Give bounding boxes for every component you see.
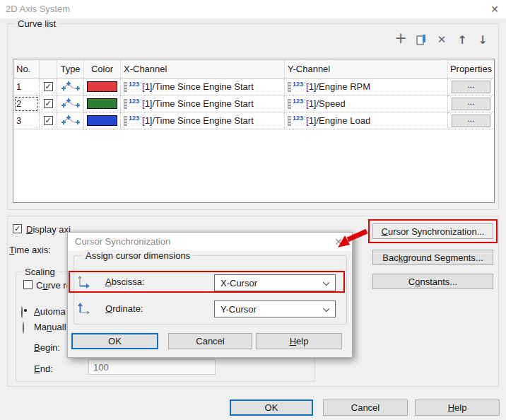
channel-icon: [124, 116, 127, 126]
header-type: Type: [57, 59, 84, 78]
manual-radio[interactable]: [23, 322, 24, 334]
table-row[interactable]: 3 ✓ 123[1]/Time Since Engine Start 123[1…: [13, 112, 494, 129]
help-button[interactable]: Help: [415, 399, 500, 416]
ordinate-value: Y-Cursor: [220, 304, 257, 315]
cancel-button[interactable]: Cancel: [323, 399, 408, 416]
close-icon[interactable]: ✕: [488, 3, 501, 16]
check-icon: ✓: [45, 117, 51, 124]
cursor-synchronization-button[interactable]: Cursor Synchronization...: [372, 223, 493, 239]
modal-title: Cursor Synchronization: [75, 236, 170, 247]
row-number: 2: [13, 95, 40, 112]
numeric-channel-icon: 123: [129, 98, 139, 105]
x-channel-value[interactable]: [1]/Time Since Engine Start: [142, 98, 254, 109]
ordinate-combobox[interactable]: Y-Cursor: [214, 301, 336, 317]
channel-icon: [124, 82, 127, 92]
dialog-2d-axis-system: 2D Axis System ✕ Curve list + ✕ ↑ ↓ No. …: [0, 0, 506, 420]
curve-visible-checkbox[interactable]: ✓: [44, 116, 53, 125]
numeric-channel-icon: 123: [129, 115, 139, 122]
curve-table: No. Type Color X-Channel Y-Channel Prope…: [13, 59, 495, 203]
header-properties: Properties: [448, 59, 494, 78]
abscissa-label: Abscissa:: [105, 276, 145, 287]
end-label: End:: [34, 363, 53, 374]
properties-button[interactable]: ...: [452, 81, 490, 93]
modal-cancel-button[interactable]: Cancel: [168, 333, 252, 349]
header-color: Color: [84, 59, 121, 78]
numeric-channel-icon: 123: [293, 81, 303, 88]
window-title: 2D Axis System: [6, 4, 70, 14]
header-check: [40, 59, 57, 78]
annotation-arrow: [335, 228, 370, 253]
ordinate-label: Ordinate:: [105, 303, 143, 314]
y-channel-value[interactable]: [1]/Engine Load: [306, 115, 370, 126]
check-icon: ✓: [14, 225, 20, 233]
curve-table-header: No. Type Color X-Channel Y-Channel Prope…: [13, 59, 494, 78]
channel-icon: [124, 99, 127, 109]
curve-related-checkbox[interactable]: [23, 280, 33, 289]
time-axis-label: Time axis:: [9, 245, 51, 255]
check-icon: ✓: [45, 83, 51, 91]
display-axis-label: Display axi: [26, 224, 71, 235]
automatic-radio[interactable]: [21, 306, 23, 318]
curve-visible-checkbox[interactable]: ✓: [44, 99, 53, 108]
curve-type-icon[interactable]: [61, 97, 81, 111]
abscissa-value: X-Cursor: [220, 278, 257, 288]
move-up-icon[interactable]: ↑: [454, 32, 470, 47]
display-axis-checkbox[interactable]: ✓: [13, 224, 22, 233]
properties-button[interactable]: ...: [452, 115, 490, 127]
channel-icon: [288, 99, 291, 109]
chevron-down-icon: [323, 305, 329, 312]
begin-label: Begin:: [34, 342, 60, 353]
add-curve-icon[interactable]: +: [393, 30, 408, 46]
channel-icon: [288, 82, 291, 92]
y-channel-value[interactable]: [1]/Speed: [306, 98, 346, 109]
move-down-icon[interactable]: ↓: [475, 32, 490, 47]
background-segments-button[interactable]: Background Segments...: [372, 250, 493, 265]
curve-list-group-label: Curve list: [15, 18, 59, 29]
modal-titlebar: Cursor Synchronization ✕: [68, 233, 352, 251]
table-row[interactable]: 1 ✓ 123[1]/Time Since Engine Start 123[1…: [13, 78, 494, 95]
titlebar: 2D Axis System ✕: [0, 0, 506, 18]
row-number: 3: [13, 112, 40, 129]
properties-button[interactable]: ...: [452, 98, 490, 110]
assign-cursor-group-label: Assign cursor dimensions: [83, 250, 193, 261]
x-channel-value[interactable]: [1]/Time Since Engine Start: [142, 115, 254, 126]
channel-icon: [288, 116, 291, 126]
duplicate-curve-icon[interactable]: [413, 32, 429, 47]
curve-related-label: Curve re: [36, 280, 71, 291]
header-y-channel: Y-Channel: [285, 59, 448, 78]
numeric-channel-icon: 123: [293, 115, 303, 122]
curve-type-icon[interactable]: [61, 114, 81, 128]
end-input[interactable]: [88, 359, 216, 375]
ordinate-axis-icon: [76, 301, 92, 318]
delete-curve-icon[interactable]: ✕: [434, 32, 449, 47]
automatic-label: Automa: [34, 306, 66, 317]
modal-help-button[interactable]: Help: [256, 333, 342, 349]
color-swatch[interactable]: [87, 98, 117, 109]
curve-type-icon[interactable]: [61, 80, 81, 94]
constants-button[interactable]: Constants...: [372, 274, 493, 289]
table-row[interactable]: 2 ✓ 123[1]/Time Since Engine Start 123[1…: [13, 95, 494, 112]
check-icon: ✓: [45, 100, 51, 107]
abscissa-axis-icon: [76, 274, 92, 292]
header-x-channel: X-Channel: [121, 59, 285, 78]
curve-visible-checkbox[interactable]: ✓: [44, 82, 53, 91]
color-swatch[interactable]: [87, 115, 117, 126]
numeric-channel-icon: 123: [129, 81, 139, 88]
header-no: No.: [13, 59, 40, 78]
curve-list-toolbar: + ✕ ↑ ↓: [393, 32, 492, 49]
x-channel-value[interactable]: [1]/Time Since Engine Start: [142, 81, 254, 92]
cursor-synchronization-dialog: Cursor Synchronization ✕ Assign cursor d…: [67, 232, 353, 358]
modal-ok-button[interactable]: OK: [71, 333, 158, 349]
manual-label: Manuall: [34, 322, 66, 332]
ok-button[interactable]: OK: [230, 399, 313, 416]
y-channel-value[interactable]: [1]/Engine RPM: [306, 81, 370, 92]
abscissa-combobox[interactable]: X-Cursor: [214, 274, 336, 291]
numeric-channel-icon: 123: [293, 98, 303, 105]
scaling-group-label: Scaling: [22, 267, 58, 277]
color-swatch[interactable]: [87, 81, 117, 92]
row-number: 1: [13, 78, 40, 95]
chevron-down-icon: [323, 279, 329, 286]
